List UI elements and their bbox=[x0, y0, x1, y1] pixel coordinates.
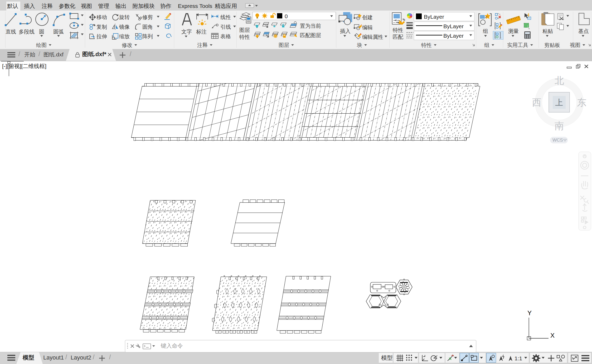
svg-text:西: 西 bbox=[532, 97, 541, 108]
svg-text:X: X bbox=[550, 332, 555, 339]
svg-text:北: 北 bbox=[555, 75, 564, 86]
svg-text:Y: Y bbox=[527, 309, 532, 317]
svg-text:WCS: WCS bbox=[552, 138, 563, 143]
svg-text:南: 南 bbox=[555, 120, 564, 131]
svg-text:东: 东 bbox=[577, 97, 586, 108]
svg-text:上: 上 bbox=[555, 98, 563, 107]
